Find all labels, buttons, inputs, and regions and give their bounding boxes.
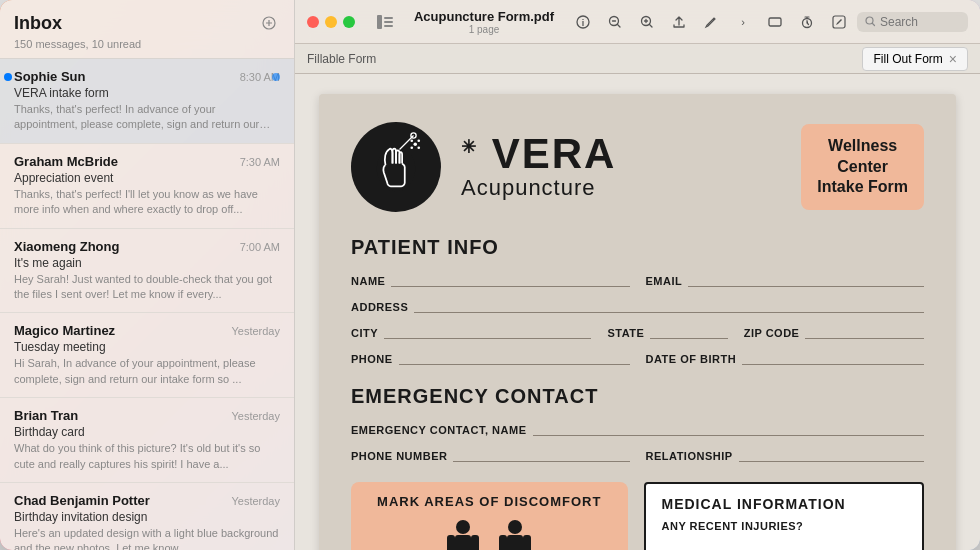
wellness-text: WellnessCenterIntake Form bbox=[817, 137, 908, 196]
svg-point-17 bbox=[417, 139, 420, 142]
brand-name-block: ✳ VERA Acupuncture bbox=[461, 133, 781, 201]
mail-sender: Magico Martinez bbox=[14, 323, 115, 338]
email-field[interactable]: EMAIL bbox=[646, 271, 925, 287]
mail-preview: Hi Sarah, In advance of your appointment… bbox=[14, 356, 280, 387]
medical-title: MEDICAL INFORMATION bbox=[662, 496, 907, 512]
search-input[interactable] bbox=[880, 15, 960, 29]
wellness-box: WellnessCenterIntake Form bbox=[801, 124, 924, 210]
sidebar-toggle-button[interactable] bbox=[371, 8, 399, 36]
discomfort-box: MARK AREAS OF DISCOMFORT bbox=[351, 482, 628, 550]
svg-point-27 bbox=[508, 520, 522, 534]
patient-info-fields: NAME EMAIL ADDRESS bbox=[351, 271, 924, 365]
svg-point-16 bbox=[414, 143, 418, 147]
mail-time: Yesterday bbox=[231, 410, 280, 422]
search-box[interactable] bbox=[857, 12, 968, 32]
relationship-field[interactable]: RELATIONSHIP bbox=[646, 446, 925, 462]
share-button[interactable] bbox=[665, 8, 693, 36]
mail-item-graham[interactable]: Graham McBride 7:30 AM Appreciation even… bbox=[0, 144, 294, 229]
zip-label: ZIP CODE bbox=[744, 327, 800, 339]
close-icon: × bbox=[949, 51, 957, 67]
mail-item-brian[interactable]: Brian Tran Yesterday Birthday card What … bbox=[0, 398, 294, 483]
mail-subject: It's me again bbox=[14, 256, 280, 270]
state-field[interactable]: STATE bbox=[607, 323, 727, 339]
zip-field[interactable]: ZIP CODE bbox=[744, 323, 924, 339]
mail-item-sophie[interactable]: Sophie Sun 8:30 AM VERA intake form Than… bbox=[0, 59, 294, 144]
mail-item-magico[interactable]: Magico Martinez Yesterday Tuesday meetin… bbox=[0, 313, 294, 398]
mail-time: 7:00 AM bbox=[240, 241, 280, 253]
body-figure-back bbox=[495, 519, 535, 550]
mail-list: Sophie Sun 8:30 AM VERA intake form Than… bbox=[0, 59, 294, 550]
address-label: ADDRESS bbox=[351, 301, 408, 313]
mail-time: Yesterday bbox=[231, 495, 280, 507]
name-line bbox=[391, 271, 629, 287]
mail-subject: VERA intake form bbox=[14, 86, 280, 100]
pdf-panel: Acupuncture Form.pdf 1 page i bbox=[295, 0, 980, 550]
brand-name: ✳ VERA bbox=[461, 133, 781, 175]
svg-rect-9 bbox=[769, 18, 781, 26]
name-email-row: NAME EMAIL bbox=[351, 271, 924, 287]
emergency-fields: EMERGENCY CONTACT, NAME PHONE NUMBER REL… bbox=[351, 420, 924, 462]
city-label: CITY bbox=[351, 327, 378, 339]
dob-line bbox=[742, 349, 924, 365]
annotate-button[interactable] bbox=[825, 8, 853, 36]
name-field[interactable]: NAME bbox=[351, 271, 630, 287]
mail-sender: Chad Benjamin Potter bbox=[14, 493, 150, 508]
mail-item-xiaomeng[interactable]: Xiaomeng Zhong 7:00 AM It's me again Hey… bbox=[0, 229, 294, 314]
phone-dob-row: PHONE DATE OF BIRTH bbox=[351, 349, 924, 365]
city-line bbox=[384, 323, 591, 339]
more-tools-button[interactable]: › bbox=[729, 8, 757, 36]
dob-field[interactable]: DATE OF BIRTH bbox=[646, 349, 925, 365]
address-line bbox=[414, 297, 924, 313]
minimize-button[interactable] bbox=[325, 16, 337, 28]
emergency-name-field[interactable]: EMERGENCY CONTACT, NAME bbox=[351, 420, 924, 436]
svg-point-19 bbox=[417, 146, 420, 149]
zoom-out-button[interactable] bbox=[601, 8, 629, 36]
zoom-in-button[interactable] bbox=[633, 8, 661, 36]
timer-button[interactable] bbox=[793, 8, 821, 36]
mail-preview: Here's an updated design with a light bl… bbox=[14, 526, 280, 550]
address-field[interactable]: ADDRESS bbox=[351, 297, 924, 313]
emergency-title: EMERGENCY CONTACT bbox=[351, 385, 924, 408]
svg-point-21 bbox=[456, 520, 470, 534]
unread-indicator bbox=[4, 73, 12, 81]
mail-subject: Birthday card bbox=[14, 425, 280, 439]
svg-text:i: i bbox=[582, 18, 585, 28]
mail-item-chad1[interactable]: Chad Benjamin Potter Yesterday Birthday … bbox=[0, 483, 294, 550]
medical-box: MEDICAL INFORMATION ANY RECENT INJURIES? bbox=[644, 482, 925, 550]
mail-sender: Xiaomeng Zhong bbox=[14, 239, 119, 254]
svg-point-20 bbox=[410, 146, 413, 149]
mail-preview: Thanks, that's perfect! In advance of yo… bbox=[14, 102, 280, 133]
discomfort-title: MARK AREAS OF DISCOMFORT bbox=[367, 494, 612, 509]
state-line bbox=[650, 323, 727, 339]
info-button[interactable]: i bbox=[569, 8, 597, 36]
maximize-button[interactable] bbox=[343, 16, 355, 28]
phone-field[interactable]: PHONE bbox=[351, 349, 630, 365]
emergency-phone-field[interactable]: PHONE NUMBER bbox=[351, 446, 630, 462]
emergency-name-label: EMERGENCY CONTACT, NAME bbox=[351, 424, 527, 436]
mail-sender: Graham McBride bbox=[14, 154, 118, 169]
city-field[interactable]: CITY bbox=[351, 323, 591, 339]
emergency-name-row: EMERGENCY CONTACT, NAME bbox=[351, 420, 924, 436]
address-row: ADDRESS bbox=[351, 297, 924, 313]
unread-partial-indicator bbox=[272, 73, 280, 81]
mail-preview: Thanks, that's perfect! I'll let you kno… bbox=[14, 187, 280, 218]
fill-out-label: Fill Out Form bbox=[873, 52, 942, 66]
resize-button[interactable] bbox=[761, 8, 789, 36]
svg-rect-2 bbox=[384, 17, 393, 19]
email-line bbox=[688, 271, 924, 287]
markup-button[interactable] bbox=[697, 8, 725, 36]
phone-label: PHONE bbox=[351, 353, 393, 365]
pdf-content: ✳ VERA Acupuncture WellnessCenterIntake … bbox=[295, 74, 980, 550]
form-header: ✳ VERA Acupuncture WellnessCenterIntake … bbox=[351, 122, 924, 212]
svg-rect-3 bbox=[384, 21, 393, 23]
close-button[interactable] bbox=[307, 16, 319, 28]
compose-button[interactable] bbox=[258, 12, 280, 34]
svg-rect-28 bbox=[507, 535, 523, 550]
window-controls bbox=[307, 16, 355, 28]
email-label: EMAIL bbox=[646, 275, 683, 287]
svg-point-18 bbox=[410, 139, 413, 142]
relationship-label: RELATIONSHIP bbox=[646, 450, 733, 462]
fill-out-form-button[interactable]: Fill Out Form × bbox=[862, 47, 968, 71]
emergency-phone-line bbox=[453, 446, 629, 462]
mail-sender: Brian Tran bbox=[14, 408, 78, 423]
